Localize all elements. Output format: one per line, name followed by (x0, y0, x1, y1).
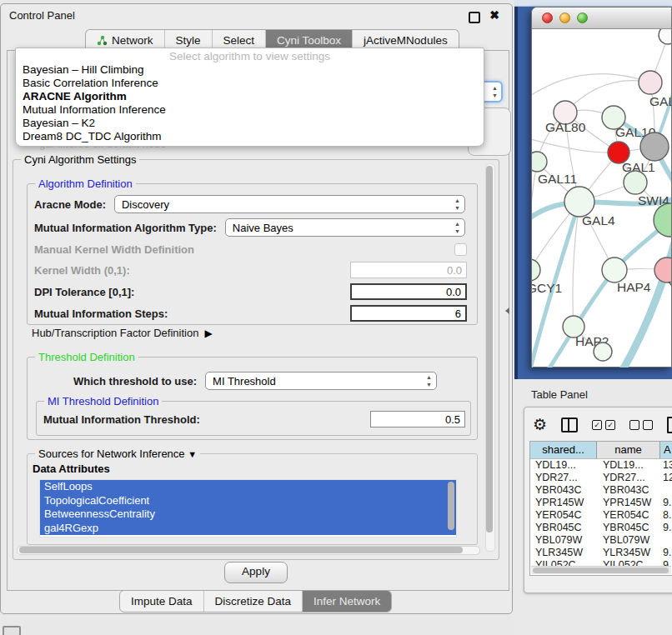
mi-threshold-label: Mutual Information Threshold: (43, 413, 200, 426)
mac-close-icon[interactable] (542, 12, 553, 23)
network-canvas[interactable]: GALGAL80GAL10GAL1SWI4GAL11GAL4GCY1HAP4YH… (532, 29, 671, 368)
table-row[interactable]: YBR043CYBR043C (530, 484, 672, 497)
attribute-list-item[interactable]: SelfLoops (40, 480, 456, 494)
mi-threshold-field[interactable] (370, 411, 465, 428)
network-node-gal[interactable] (639, 71, 662, 94)
network-node[interactable] (640, 132, 669, 161)
tab-impute-data[interactable]: Impute Data (120, 591, 203, 612)
which-threshold-value: MI Threshold (213, 375, 276, 388)
tab-infer-network[interactable]: Infer Network (302, 591, 391, 612)
table-cell[interactable]: YDL19... (530, 459, 597, 472)
table-cell[interactable]: YLR345W (597, 547, 660, 559)
minimized-window-icon[interactable] (3, 626, 21, 635)
manual-kernel-checkbox[interactable] (454, 243, 467, 256)
table-row[interactable]: YLR345WYLR345W9. (530, 547, 672, 559)
combo-stepper-icon: ▲▼ (492, 84, 498, 99)
table-cell[interactable] (660, 534, 672, 547)
table-cell[interactable]: 12 (660, 472, 672, 484)
control-panel-title: Control Panel (9, 9, 75, 22)
table-cell[interactable]: YDR27... (530, 472, 597, 484)
gear-icon[interactable]: ⚙ (533, 416, 547, 434)
mac-minimize-icon[interactable] (559, 12, 570, 23)
dpi-tolerance-label: DPI Tolerance [0,1]: (34, 286, 134, 298)
algorithm-option[interactable]: Bayesian – Hill Climbing (16, 63, 484, 77)
table-cell[interactable] (660, 484, 672, 497)
which-threshold-label: Which threshold to use: (73, 375, 197, 388)
table-cell[interactable]: YER054C (530, 509, 597, 522)
network-node-hap4[interactable] (602, 258, 627, 282)
network-node-swi4[interactable] (624, 171, 647, 194)
tab-discretize-data[interactable]: Discretize Data (203, 591, 303, 612)
mac-zoom-icon[interactable] (577, 12, 588, 23)
column-header-partial[interactable]: A (660, 442, 672, 458)
network-window-titlebar[interactable] (532, 8, 671, 29)
combo-stepper-icon: ▲▼ (454, 197, 460, 212)
combo-stepper-icon: ▲▼ (454, 220, 460, 235)
data-attributes-list[interactable]: SelfLoopsTopologicalCoefficientBetweenne… (39, 479, 457, 538)
table-cell[interactable]: YBR045C (530, 522, 597, 534)
table-cell[interactable]: YER054C (597, 509, 660, 522)
column-header-name[interactable]: name (597, 442, 660, 458)
table-cell[interactable]: YBR043C (530, 484, 597, 497)
table-row[interactable]: YDR27...YDR27...12 (530, 472, 672, 484)
which-threshold-combobox[interactable]: MI Threshold ▲▼ (205, 372, 437, 390)
table-cell[interactable]: YBL079W (597, 534, 660, 547)
select-all-columns-icon[interactable]: ✓✓ (592, 420, 615, 430)
table-row[interactable]: YBR045CYBR045C9. (530, 522, 672, 534)
settings-horizontal-scrollbar[interactable] (17, 546, 480, 555)
table-row[interactable]: YER054CYER054C8. (530, 509, 672, 522)
attribute-list-item[interactable]: BetweennessCentrality (40, 508, 456, 522)
table-row[interactable]: YPR145WYPR145W9. (530, 497, 672, 509)
algorithm-definition-group: Algorithm Definition Aracne Mode: Discov… (27, 183, 478, 325)
table-row[interactable]: YDL19...YDL19...13 (530, 459, 672, 472)
deselect-all-columns-icon[interactable] (629, 420, 653, 430)
table-cell[interactable]: 9. (660, 497, 672, 509)
table-cell[interactable]: 13 (660, 459, 672, 472)
table-cell[interactable]: YDR27... (597, 472, 660, 484)
float-window-icon[interactable] (469, 12, 480, 23)
hub-definition-expander[interactable]: Hub/Transcription Factor Definition ▶ (32, 327, 213, 339)
settings-vertical-scrollbar[interactable] (485, 163, 495, 552)
table-row[interactable]: YBL079WYBL079W (530, 534, 672, 547)
network-edge[interactable] (532, 74, 650, 99)
network-node-gal11[interactable] (532, 152, 547, 172)
network-node-gal4[interactable] (564, 187, 594, 217)
table-cell[interactable]: YBL079W (530, 534, 597, 547)
network-node[interactable] (594, 342, 612, 361)
mi-type-value: Naive Bayes (233, 222, 293, 234)
table-horizontal-scrollbar[interactable] (531, 566, 671, 574)
attribute-list-item[interactable]: TopologicalCoefficient (40, 494, 456, 508)
mi-type-combobox[interactable]: Naive Bayes ▲▼ (225, 218, 465, 237)
collapse-arrow-icon[interactable]: ▼ (188, 449, 197, 459)
table-cell[interactable]: 8. (660, 509, 672, 522)
algorithm-option[interactable]: Basic Correlation Inference (16, 77, 484, 90)
apply-button[interactable]: Apply (224, 562, 288, 583)
table-cell[interactable]: YBR043C (597, 484, 660, 497)
threshold-definition-group: Threshold Definition Which threshold to … (27, 357, 478, 440)
mi-steps-field[interactable] (350, 305, 467, 322)
dpi-tolerance-field[interactable] (350, 283, 467, 300)
table-cell[interactable]: YBR045C (597, 522, 660, 534)
algorithm-option[interactable]: Bayesian – K2 (16, 117, 484, 130)
attribute-list-item[interactable]: gal4RGexp (40, 522, 456, 536)
aracne-mode-combobox[interactable]: Discovery ▲▼ (114, 195, 465, 213)
table-cell[interactable]: YLR345W (530, 547, 597, 559)
table-cell[interactable]: 9. (660, 522, 672, 534)
node-label: GAL4 (582, 213, 615, 228)
network-node-gcy1[interactable] (532, 259, 540, 281)
table-cell[interactable]: YDL19... (597, 459, 660, 472)
list-scrollbar[interactable] (448, 482, 454, 530)
network-node[interactable] (659, 29, 671, 44)
algorithm-option[interactable]: ARACNE Algorithm (16, 90, 484, 103)
split-columns-icon[interactable] (561, 418, 578, 432)
table-cell[interactable]: YPR145W (597, 497, 660, 509)
table-cell[interactable]: 9. (660, 547, 672, 559)
kernel-width-field[interactable] (350, 262, 467, 278)
column-header-shared-name[interactable]: shared... (530, 442, 597, 458)
splitpane-collapse-arrow-icon[interactable] (505, 308, 509, 314)
algorithm-option[interactable]: Dream8 DC_TDC Algorithm (16, 130, 484, 143)
close-window-icon[interactable]: ✖ (489, 8, 499, 22)
table-cell[interactable]: YPR145W (530, 497, 597, 509)
algorithm-option[interactable]: Mutual Information Inference (16, 103, 484, 117)
new-table-icon[interactable] (667, 417, 672, 433)
